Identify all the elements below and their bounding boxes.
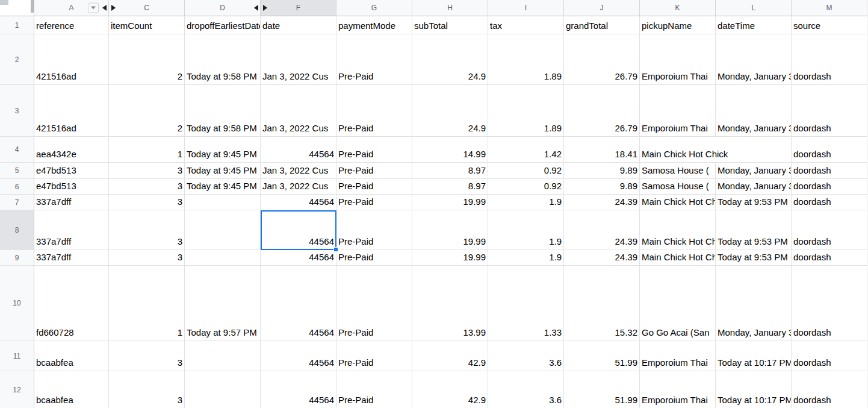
column-header-m[interactable]: M [792, 0, 867, 16]
cell-D11[interactable] [185, 341, 261, 371]
cell-C5[interactable]: 3 [109, 163, 185, 179]
column-header-c[interactable]: C [109, 0, 185, 16]
cell-J5[interactable]: 9.89 [564, 163, 640, 179]
expand-hidden-column-right-icon[interactable] [111, 5, 116, 11]
cell-J4[interactable]: 18.41 [564, 137, 640, 163]
cell-A7[interactable]: 337a7dff [34, 195, 109, 210]
cell-I7[interactable]: 1.9 [488, 195, 564, 210]
row-header-9[interactable]: 9 [0, 250, 34, 266]
cell-D2[interactable]: Today at 9:58 PM [185, 34, 261, 85]
cell-I1[interactable]: tax [488, 16, 564, 34]
cell-I5[interactable]: 0.92 [488, 163, 564, 179]
cell-M1[interactable]: source [792, 16, 867, 34]
cell-D9[interactable] [185, 250, 261, 266]
cell-J1[interactable]: grandTotal [564, 16, 640, 34]
expand-hidden-column-right-icon[interactable] [263, 5, 267, 11]
column-header-k[interactable]: K [640, 0, 716, 16]
cell-C2[interactable]: 2 [109, 34, 185, 85]
cell-G11[interactable]: Pre-Paid [336, 341, 412, 371]
row-header-4[interactable]: 4 [0, 137, 34, 163]
cell-K5[interactable]: Samosa House ( [640, 163, 716, 179]
cell-I12[interactable]: 3.6 [488, 371, 564, 408]
expand-hidden-column-left-icon[interactable] [102, 5, 107, 11]
cell-J8[interactable]: 24.39 [564, 210, 640, 250]
cell-A12[interactable]: bcaabfea [34, 371, 109, 408]
cell-I3[interactable]: 1.89 [488, 85, 564, 137]
cell-K3[interactable]: Emporoium Thai [640, 85, 716, 137]
cell-M11[interactable]: doordash [792, 341, 867, 371]
cell-F7[interactable]: 44564 [261, 195, 336, 210]
row-header-2[interactable]: 2 [0, 34, 34, 85]
cell-A11[interactable]: bcaabfea [34, 341, 109, 371]
cell-J2[interactable]: 26.79 [564, 34, 640, 85]
cell-M4[interactable]: doordash [792, 137, 867, 163]
cell-D3[interactable]: Today at 9:58 PM [185, 85, 261, 137]
cell-H8[interactable]: 19.99 [412, 210, 488, 250]
cell-K11[interactable]: Emporoium Thai [640, 341, 716, 371]
column-dropdown-button[interactable] [88, 3, 99, 13]
cell-D4[interactable]: Today at 9:45 PM [185, 137, 261, 163]
cell-F5[interactable]: Jan 3, 2022 Cus [261, 163, 336, 179]
column-header-l[interactable]: L [716, 0, 792, 16]
cell-I4[interactable]: 1.42 [488, 137, 564, 163]
cell-F12[interactable]: 44564 [261, 371, 336, 408]
cell-A2[interactable]: 421516ad [34, 34, 109, 85]
cell-K1[interactable]: pickupName [640, 16, 716, 34]
cell-G12[interactable]: Pre-Paid [336, 371, 412, 408]
cell-F6[interactable]: Jan 3, 2022 Cus [261, 179, 336, 195]
cell-K9[interactable]: Main Chick Hot Chick [640, 250, 716, 266]
column-header-g[interactable]: G [336, 0, 412, 16]
cell-F1[interactable]: date [261, 16, 336, 34]
cell-F10[interactable]: 44564 [261, 266, 336, 341]
cell-C1[interactable]: itemCount [109, 16, 185, 34]
row-header-10[interactable]: 10 [0, 266, 34, 341]
cell-I6[interactable]: 0.92 [488, 179, 564, 195]
cell-K6[interactable]: Samosa House ( [640, 179, 716, 195]
row-header-8[interactable]: 8 [0, 210, 34, 250]
cell-I10[interactable]: 1.33 [488, 266, 564, 341]
cell-H10[interactable]: 13.99 [412, 266, 488, 341]
cell-G1[interactable]: paymentMode [336, 16, 412, 34]
cell-C4[interactable]: 1 [109, 137, 185, 163]
cell-F8[interactable]: 44564 [261, 210, 336, 250]
cell-F2[interactable]: Jan 3, 2022 Cus [261, 34, 336, 85]
cell-K10[interactable]: Go Go Acai (San [640, 266, 716, 341]
cell-M5[interactable]: doordash [792, 163, 867, 179]
cell-I9[interactable]: 1.9 [488, 250, 564, 266]
cell-F9[interactable]: 44564 [261, 250, 336, 266]
cell-A1[interactable]: reference [34, 16, 109, 34]
cell-L5[interactable]: Monday, January 3, 2022 [716, 163, 792, 179]
cell-G9[interactable]: Pre-Paid [336, 250, 412, 266]
cell-C7[interactable]: 3 [109, 195, 185, 210]
cell-A4[interactable]: aea4342e [34, 137, 109, 163]
column-header-a[interactable]: A [34, 0, 109, 16]
cell-G3[interactable]: Pre-Paid [336, 85, 412, 137]
cell-H7[interactable]: 19.99 [412, 195, 488, 210]
cell-G7[interactable]: Pre-Paid [336, 195, 412, 210]
cell-J11[interactable]: 51.99 [564, 341, 640, 371]
cell-L9[interactable]: Today at 9:53 PM [716, 250, 792, 266]
cell-L8[interactable]: Today at 9:53 PM [716, 210, 792, 250]
cell-D10[interactable]: Today at 9:57 PM [185, 266, 261, 341]
cell-M10[interactable]: doordash [792, 266, 867, 341]
cell-C8[interactable]: 3 [109, 210, 185, 250]
cell-G5[interactable]: Pre-Paid [336, 163, 412, 179]
fill-handle[interactable] [333, 247, 338, 252]
column-header-i[interactable]: I [488, 0, 564, 16]
cell-D8[interactable] [185, 210, 261, 250]
cell-I2[interactable]: 1.89 [488, 34, 564, 85]
cell-F11[interactable]: 44564 [261, 341, 336, 371]
cell-M8[interactable]: doordash [792, 210, 867, 250]
expand-hidden-column-left-icon[interactable] [254, 5, 258, 11]
cell-H6[interactable]: 8.97 [412, 179, 488, 195]
cell-A8[interactable]: 337a7dff [34, 210, 109, 250]
cell-M9[interactable]: doordash [792, 250, 867, 266]
cell-A3[interactable]: 421516ad [34, 85, 109, 137]
cell-L7[interactable]: Today at 9:53 PM [716, 195, 792, 210]
row-header-1[interactable]: 1 [0, 16, 34, 34]
row-header-6[interactable]: 6 [0, 179, 34, 195]
cell-I8[interactable]: 1.9 [488, 210, 564, 250]
cell-A10[interactable]: fd660728 [34, 266, 109, 341]
cell-H1[interactable]: subTotal [412, 16, 488, 34]
cell-D7[interactable] [185, 195, 261, 210]
